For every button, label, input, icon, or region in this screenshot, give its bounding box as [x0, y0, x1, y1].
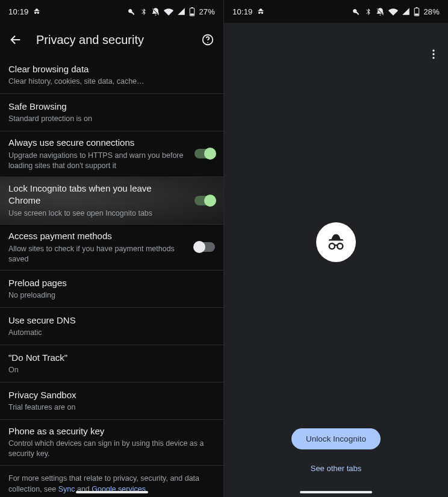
settings-row-text: Phone as a security keyControl which dev…	[8, 425, 215, 459]
overflow-menu-button[interactable]	[425, 46, 442, 63]
bluetooth-icon	[140, 8, 148, 16]
settings-row-text: Privacy SandboxTrial features are on	[8, 389, 215, 413]
settings-row[interactable]: Access payment methodsAllow sites to che…	[0, 225, 223, 270]
settings-row-title: Always use secure connections	[8, 137, 184, 149]
svg-point-8	[432, 49, 434, 51]
settings-row[interactable]: Lock Incognito tabs when you leave Chrom…	[0, 177, 223, 225]
settings-row-text: Clear browsing dataClear history, cookie…	[8, 63, 215, 87]
back-button[interactable]	[7, 31, 24, 48]
settings-row-subtitle: Clear history, cookies, site data, cache…	[8, 77, 211, 87]
battery-icon	[189, 7, 195, 16]
unlock-incognito-button[interactable]: Unlock Incognito	[291, 428, 381, 449]
incognito-locked-screen: 10:19	[224, 0, 448, 497]
nav-handle[interactable]	[300, 491, 372, 493]
status-time: 10:19	[8, 7, 29, 16]
settings-row-subtitle: Automatic	[8, 328, 211, 338]
status-time: 10:19	[232, 7, 253, 16]
nav-handle[interactable]	[76, 491, 148, 493]
key-icon	[127, 7, 136, 16]
settings-row-title: Access payment methods	[8, 230, 184, 242]
help-button[interactable]	[199, 31, 216, 48]
status-bar: 10:19	[0, 0, 223, 23]
key-icon	[352, 7, 361, 16]
svg-rect-6	[416, 7, 418, 8]
status-bar: 10:19	[224, 0, 448, 23]
settings-row-title: Clear browsing data	[8, 63, 211, 75]
incognito-lock-content: Unlock Incognito See other tabs	[224, 23, 448, 497]
settings-row[interactable]: Preload pagesNo preloading	[0, 270, 223, 308]
incognito-indicator-icon	[257, 7, 265, 16]
battery-icon	[414, 7, 420, 16]
toggle-switch[interactable]	[194, 242, 215, 252]
svg-rect-1	[191, 7, 193, 8]
page-title: Privacy and security	[36, 33, 187, 47]
settings-row-text: Access payment methodsAllow sites to che…	[8, 230, 187, 264]
settings-list: Clear browsing dataClear history, cookie…	[0, 57, 223, 497]
settings-row-subtitle: Use screen lock to see open Incognito ta…	[8, 208, 184, 219]
toggle-switch[interactable]	[194, 196, 215, 205]
battery-percent: 28%	[423, 7, 440, 16]
settings-row-title: Privacy Sandbox	[8, 389, 211, 401]
battery-percent: 27%	[199, 7, 215, 16]
settings-row-title: Use secure DNS	[8, 314, 211, 327]
settings-row-text: Lock Incognito tabs when you leave Chrom…	[8, 183, 187, 218]
settings-row-subtitle: No preloading	[8, 290, 211, 301]
svg-point-4	[207, 42, 208, 43]
wifi-icon	[164, 7, 173, 16]
settings-row-title: "Do Not Track"	[8, 352, 211, 364]
settings-row[interactable]: Phone as a security keyControl which dev…	[0, 420, 223, 466]
dnd-icon	[376, 7, 385, 16]
dnd-icon	[151, 7, 160, 16]
settings-row-text: "Do Not Track"On	[8, 352, 215, 375]
settings-row[interactable]: Always use secure connectionsUpgrade nav…	[0, 131, 223, 177]
settings-row[interactable]: Safe BrowsingStandard protection is on	[0, 94, 223, 131]
svg-point-10	[432, 57, 434, 58]
settings-screen: 10:19	[0, 0, 224, 497]
signal-icon	[177, 7, 185, 16]
settings-row-title: Phone as a security key	[8, 425, 211, 437]
incognito-icon	[316, 222, 356, 262]
sync-link[interactable]: Sync	[58, 485, 75, 493]
svg-point-12	[337, 243, 343, 249]
settings-row-subtitle: Allow sites to check if you have payment…	[8, 244, 184, 264]
settings-row-subtitle: On	[8, 365, 211, 375]
settings-row[interactable]: "Do Not Track"On	[0, 345, 223, 383]
wifi-icon	[388, 7, 398, 16]
signal-icon	[402, 7, 410, 16]
settings-row-title: Safe Browsing	[8, 101, 211, 113]
settings-row[interactable]: Privacy SandboxTrial features are on	[0, 383, 223, 420]
settings-row[interactable]: Use secure DNSAutomatic	[0, 308, 223, 345]
settings-row-title: Preload pages	[8, 277, 211, 289]
settings-row-text: Preload pagesNo preloading	[8, 277, 215, 301]
settings-row-subtitle: Trial features are on	[8, 402, 211, 413]
svg-point-9	[432, 53, 434, 55]
incognito-indicator-icon	[33, 7, 41, 16]
svg-rect-7	[415, 13, 419, 15]
settings-row-subtitle: Upgrade navigations to HTTPS and warn yo…	[8, 151, 184, 171]
settings-row-subtitle: Standard protection is on	[8, 114, 211, 124]
settings-row-text: Safe BrowsingStandard protection is on	[8, 101, 215, 124]
settings-row-subtitle: Control which devices can sign in by usi…	[8, 439, 211, 459]
toggle-switch[interactable]	[194, 149, 215, 158]
see-other-tabs-link[interactable]: See other tabs	[311, 464, 362, 473]
settings-row-text: Always use secure connectionsUpgrade nav…	[8, 137, 187, 170]
svg-rect-2	[191, 13, 194, 15]
svg-point-11	[329, 243, 335, 249]
bluetooth-icon	[364, 8, 372, 16]
app-bar: Privacy and security	[0, 23, 223, 57]
settings-row[interactable]: Clear browsing dataClear history, cookie…	[0, 57, 223, 94]
settings-row-text: Use secure DNSAutomatic	[8, 314, 215, 338]
settings-row-title: Lock Incognito tabs when you leave Chrom…	[8, 183, 184, 207]
